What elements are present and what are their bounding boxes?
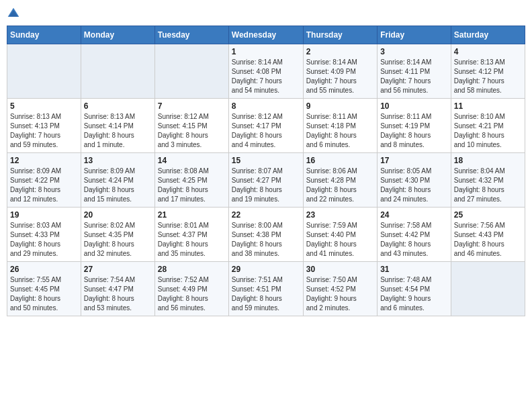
day-number: 30 xyxy=(306,265,374,274)
cell-content: Sunrise: 8:11 AM Sunset: 4:18 PM Dayligh… xyxy=(306,112,374,150)
logo-icon xyxy=(7,7,20,20)
day-number: 2 xyxy=(306,47,374,56)
day-number: 12 xyxy=(10,156,78,165)
day-number: 3 xyxy=(380,47,448,56)
cell-content: Sunrise: 8:04 AM Sunset: 4:32 PM Dayligh… xyxy=(454,167,522,204)
cell-content: Sunrise: 8:07 AM Sunset: 4:27 PM Dayligh… xyxy=(232,167,300,204)
cell-content: Sunrise: 8:00 AM Sunset: 4:38 PM Dayligh… xyxy=(232,221,300,259)
calendar-week-row: 19Sunrise: 8:03 AM Sunset: 4:33 PM Dayli… xyxy=(7,208,525,262)
day-number: 28 xyxy=(158,265,226,274)
cell-content: Sunrise: 8:02 AM Sunset: 4:35 PM Dayligh… xyxy=(84,221,152,259)
day-number: 11 xyxy=(454,101,522,111)
cell-content: Sunrise: 8:13 AM Sunset: 4:12 PM Dayligh… xyxy=(454,58,522,95)
calendar-cell: 15Sunrise: 8:07 AM Sunset: 4:27 PM Dayli… xyxy=(228,153,303,208)
cell-content: Sunrise: 8:05 AM Sunset: 4:30 PM Dayligh… xyxy=(380,167,448,204)
calendar-cell: 19Sunrise: 8:03 AM Sunset: 4:33 PM Dayli… xyxy=(7,208,81,262)
calendar-week-row: 26Sunrise: 7:55 AM Sunset: 4:45 PM Dayli… xyxy=(7,262,525,316)
calendar-cell: 24Sunrise: 7:58 AM Sunset: 4:42 PM Dayli… xyxy=(378,208,451,262)
calendar-cell: 29Sunrise: 7:51 AM Sunset: 4:51 PM Dayli… xyxy=(228,262,303,316)
cell-content: Sunrise: 8:14 AM Sunset: 4:08 PM Dayligh… xyxy=(232,58,300,95)
calendar-cell: 12Sunrise: 8:09 AM Sunset: 4:22 PM Dayli… xyxy=(7,153,81,208)
cell-content: Sunrise: 8:03 AM Sunset: 4:33 PM Dayligh… xyxy=(10,221,78,259)
day-number: 7 xyxy=(158,101,226,111)
calendar-cell: 8Sunrise: 8:12 AM Sunset: 4:17 PM Daylig… xyxy=(228,99,303,153)
calendar-cell: 30Sunrise: 7:50 AM Sunset: 4:52 PM Dayli… xyxy=(303,262,377,316)
cell-content: Sunrise: 8:14 AM Sunset: 4:09 PM Dayligh… xyxy=(306,58,374,95)
day-number: 22 xyxy=(232,210,300,220)
calendar-week-row: 1Sunrise: 8:14 AM Sunset: 4:08 PM Daylig… xyxy=(7,44,525,99)
cell-content: Sunrise: 8:14 AM Sunset: 4:11 PM Dayligh… xyxy=(380,58,448,95)
cell-content: Sunrise: 8:11 AM Sunset: 4:19 PM Dayligh… xyxy=(380,112,448,150)
calendar-header-row: SundayMondayTuesdayWednesdayThursdayFrid… xyxy=(7,26,525,44)
cell-content: Sunrise: 8:13 AM Sunset: 4:14 PM Dayligh… xyxy=(84,112,152,150)
day-number: 14 xyxy=(158,156,226,165)
day-number: 20 xyxy=(84,210,152,220)
day-number: 13 xyxy=(84,156,152,165)
cell-content: Sunrise: 8:09 AM Sunset: 4:24 PM Dayligh… xyxy=(84,167,152,204)
day-number: 9 xyxy=(306,101,374,111)
cell-content: Sunrise: 7:48 AM Sunset: 4:54 PM Dayligh… xyxy=(380,275,448,313)
day-number: 18 xyxy=(454,156,522,165)
calendar-cell: 2Sunrise: 8:14 AM Sunset: 4:09 PM Daylig… xyxy=(303,44,377,99)
calendar-cell: 27Sunrise: 7:54 AM Sunset: 4:47 PM Dayli… xyxy=(81,262,154,316)
calendar-cell xyxy=(451,262,525,316)
calendar-cell: 7Sunrise: 8:12 AM Sunset: 4:15 PM Daylig… xyxy=(154,99,228,153)
calendar-cell: 16Sunrise: 8:06 AM Sunset: 4:28 PM Dayli… xyxy=(303,153,377,208)
calendar-cell: 5Sunrise: 8:13 AM Sunset: 4:13 PM Daylig… xyxy=(7,99,81,153)
calendar-week-row: 12Sunrise: 8:09 AM Sunset: 4:22 PM Dayli… xyxy=(7,153,525,208)
day-number: 1 xyxy=(232,47,300,56)
day-number: 23 xyxy=(306,210,374,220)
calendar-cell xyxy=(81,44,154,99)
calendar-cell: 11Sunrise: 8:10 AM Sunset: 4:21 PM Dayli… xyxy=(451,99,525,153)
calendar-cell: 18Sunrise: 8:04 AM Sunset: 4:32 PM Dayli… xyxy=(451,153,525,208)
calendar-cell: 3Sunrise: 8:14 AM Sunset: 4:11 PM Daylig… xyxy=(378,44,451,99)
day-number: 6 xyxy=(84,101,152,111)
cell-content: Sunrise: 8:09 AM Sunset: 4:22 PM Dayligh… xyxy=(10,167,78,204)
cell-content: Sunrise: 7:55 AM Sunset: 4:45 PM Dayligh… xyxy=(10,275,78,313)
calendar-cell: 10Sunrise: 8:11 AM Sunset: 4:19 PM Dayli… xyxy=(378,99,451,153)
day-number: 16 xyxy=(306,156,374,165)
cell-content: Sunrise: 7:51 AM Sunset: 4:51 PM Dayligh… xyxy=(232,275,300,313)
calendar-cell xyxy=(154,44,228,99)
calendar-cell: 14Sunrise: 8:08 AM Sunset: 4:25 PM Dayli… xyxy=(154,153,228,208)
day-number: 24 xyxy=(380,210,448,220)
cell-content: Sunrise: 8:13 AM Sunset: 4:13 PM Dayligh… xyxy=(10,112,78,150)
day-number: 5 xyxy=(10,101,78,111)
cell-content: Sunrise: 7:50 AM Sunset: 4:52 PM Dayligh… xyxy=(306,275,374,313)
day-number: 10 xyxy=(380,101,448,111)
calendar-cell: 17Sunrise: 8:05 AM Sunset: 4:30 PM Dayli… xyxy=(378,153,451,208)
calendar-cell: 31Sunrise: 7:48 AM Sunset: 4:54 PM Dayli… xyxy=(378,262,451,316)
column-header-thursday: Thursday xyxy=(303,26,377,44)
day-number: 17 xyxy=(380,156,448,165)
column-header-monday: Monday xyxy=(81,26,154,44)
calendar-cell: 28Sunrise: 7:52 AM Sunset: 4:49 PM Dayli… xyxy=(154,262,228,316)
cell-content: Sunrise: 7:52 AM Sunset: 4:49 PM Dayligh… xyxy=(158,275,226,313)
calendar-week-row: 5Sunrise: 8:13 AM Sunset: 4:13 PM Daylig… xyxy=(7,99,525,153)
calendar-cell: 22Sunrise: 8:00 AM Sunset: 4:38 PM Dayli… xyxy=(228,208,303,262)
cell-content: Sunrise: 7:59 AM Sunset: 4:40 PM Dayligh… xyxy=(306,221,374,259)
cell-content: Sunrise: 7:58 AM Sunset: 4:42 PM Dayligh… xyxy=(380,221,448,259)
cell-content: Sunrise: 7:54 AM Sunset: 4:47 PM Dayligh… xyxy=(84,275,152,313)
calendar-cell: 21Sunrise: 8:01 AM Sunset: 4:37 PM Dayli… xyxy=(154,208,228,262)
cell-content: Sunrise: 8:12 AM Sunset: 4:17 PM Dayligh… xyxy=(232,112,300,150)
cell-content: Sunrise: 8:12 AM Sunset: 4:15 PM Dayligh… xyxy=(158,112,226,150)
calendar-cell: 26Sunrise: 7:55 AM Sunset: 4:45 PM Dayli… xyxy=(7,262,81,316)
calendar-cell: 25Sunrise: 7:56 AM Sunset: 4:43 PM Dayli… xyxy=(451,208,525,262)
calendar-cell: 9Sunrise: 8:11 AM Sunset: 4:18 PM Daylig… xyxy=(303,99,377,153)
day-number: 19 xyxy=(10,210,78,220)
day-number: 8 xyxy=(232,101,300,111)
cell-content: Sunrise: 8:10 AM Sunset: 4:21 PM Dayligh… xyxy=(454,112,522,150)
column-header-friday: Friday xyxy=(378,26,451,44)
column-header-sunday: Sunday xyxy=(7,26,81,44)
header xyxy=(7,7,525,20)
calendar-cell: 13Sunrise: 8:09 AM Sunset: 4:24 PM Dayli… xyxy=(81,153,154,208)
calendar-cell: 1Sunrise: 8:14 AM Sunset: 4:08 PM Daylig… xyxy=(228,44,303,99)
day-number: 21 xyxy=(158,210,226,220)
column-header-wednesday: Wednesday xyxy=(228,26,303,44)
calendar-cell: 4Sunrise: 8:13 AM Sunset: 4:12 PM Daylig… xyxy=(451,44,525,99)
day-number: 27 xyxy=(84,265,152,274)
logo xyxy=(7,7,23,20)
column-header-tuesday: Tuesday xyxy=(154,26,228,44)
calendar-cell: 23Sunrise: 7:59 AM Sunset: 4:40 PM Dayli… xyxy=(303,208,377,262)
day-number: 29 xyxy=(232,265,300,274)
